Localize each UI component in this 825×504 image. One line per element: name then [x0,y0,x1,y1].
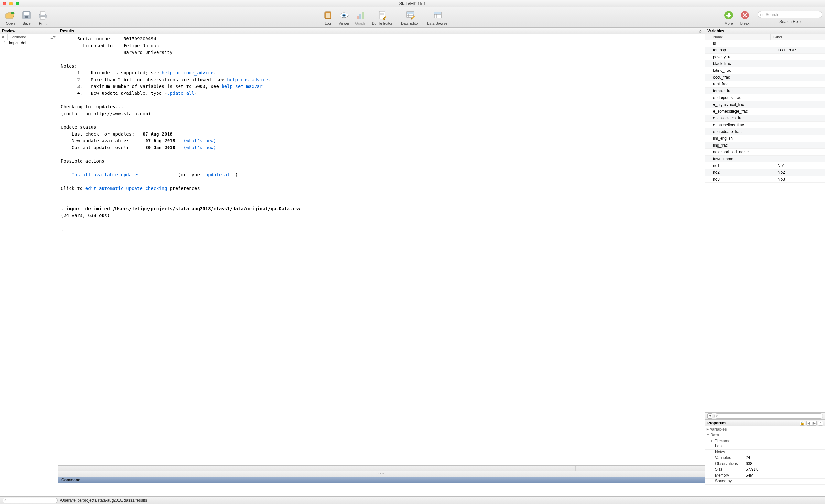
graph-button[interactable]: Graph [353,10,368,25]
variable-row[interactable]: no3No3 [705,176,825,183]
update-all-note-link[interactable]: update all [167,90,195,96]
break-button[interactable]: Break [737,10,753,25]
variable-row[interactable]: tot_popTOT_POP [705,47,825,54]
prev-button[interactable]: ◀ [806,421,811,426]
svg-rect-5 [41,17,45,19]
variable-name: no2 [710,170,775,175]
variable-row[interactable]: e_associates_frac [705,115,825,122]
viewer-label: Viewer [339,21,349,25]
edit-auto-update-link[interactable]: edit automatic update checking [85,186,167,191]
variable-name: black_frac [710,62,775,66]
variable-row[interactable]: poverty_rate [705,54,825,61]
stop-octagon-icon [739,10,750,21]
variable-row[interactable]: town_name [705,156,825,162]
window-title: Stata/MP 15.1 [0,1,825,6]
review-col-command[interactable]: Command [8,34,49,40]
dofile-label: Do-file Editor [372,21,393,25]
props-observations-row: Observations 638 [705,461,825,467]
set-maxvar-link[interactable]: help set_maxvar [222,84,262,89]
review-row[interactable]: 1 import del... [0,40,58,46]
variable-name: town_name [710,157,775,161]
next-button[interactable]: ▶ [811,421,817,426]
print-button[interactable]: Print [35,10,51,25]
open-button[interactable]: Open [3,10,18,25]
variables-search-input[interactable] [715,414,823,419]
results-output[interactable]: Serial number: 501509200494 Licensed to:… [58,34,705,465]
review-body: 1 import del... [0,40,58,496]
variable-row[interactable]: no1No1 [705,162,825,169]
status-search-input[interactable] [3,498,58,503]
results-search-icon[interactable]: ⌕ [698,28,703,33]
dofile-editor-button[interactable]: Do-file Editor [369,10,396,25]
data-editor-button[interactable]: Data Editor [396,10,424,25]
variable-row[interactable]: e_dropouts_frac [705,94,825,101]
whats-new-link-1[interactable]: (what's new) [183,138,216,143]
variables-filter-bar: ▾ [705,413,825,420]
svg-rect-12 [359,14,361,19]
vars-col-label[interactable]: Label [771,34,825,40]
menu-button[interactable]: ≡ [818,421,823,426]
review-col-rc[interactable]: _rc [49,34,58,40]
update-all-link[interactable]: update all [205,172,232,177]
log-button[interactable]: Log [320,10,336,25]
variable-row[interactable]: lim_english [705,135,825,142]
data-grid-icon [432,10,443,21]
results-header: Results ⌕ [58,28,705,34]
variable-name: e_associates_frac [710,116,775,120]
save-button[interactable]: Save [19,10,34,25]
variable-row[interactable]: rent_frac [705,81,825,88]
help-search-input[interactable]: Search [758,11,822,18]
variable-row[interactable]: black_frac [705,61,825,67]
close-window-button[interactable] [3,2,6,5]
data-browser-button[interactable]: Data Browser [424,10,451,25]
viewer-button[interactable]: Viewer [336,10,352,25]
vars-col-name[interactable]: Name [711,34,771,40]
minimize-window-button[interactable] [9,2,13,5]
log-book-icon [322,10,333,21]
variable-row[interactable]: no2No2 [705,169,825,176]
more-button[interactable]: More [721,10,736,25]
variable-row[interactable]: ling_frac [705,142,825,149]
variable-row[interactable]: e_highschool_frac [705,101,825,108]
variable-row[interactable]: e_graduate_frac [705,128,825,135]
install-updates-link[interactable]: Install available updates [72,172,140,177]
variable-name: ling_frac [710,143,775,147]
variable-name: occu_frac [710,75,775,80]
zoom-window-button[interactable] [15,2,19,5]
properties-header: Properties 🔒 ◀ ▶ ≡ [705,420,825,426]
lock-icon[interactable]: 🔒 [800,421,805,426]
variable-name: e_dropouts_frac [710,95,775,100]
variable-row[interactable]: neighborhood_name [705,149,825,156]
vars-col-toggle [705,34,711,40]
import-command-echo: . import delimited /Users/felipe/project… [61,206,301,211]
props-filename[interactable]: Filename [705,438,825,444]
variable-row[interactable]: e_somecollege_frac [705,108,825,115]
variables-menu-button[interactable]: ▾ [707,414,712,419]
svg-rect-4 [41,12,45,15]
props-sortedby-row: Sorted by [705,479,825,485]
variable-row[interactable]: female_frac [705,88,825,94]
command-input[interactable] [58,483,705,496]
unicode-advice-link[interactable]: help unicode_advice [162,70,213,75]
variables-body[interactable]: idtot_popTOT_POPpoverty_rateblack_fracla… [705,40,825,413]
variable-name: e_graduate_frac [710,129,775,134]
graph-label: Graph [355,21,365,25]
variable-row[interactable]: occu_frac [705,74,825,81]
variables-columns: Name Label [705,34,825,40]
svg-rect-1 [24,12,29,14]
props-section-data[interactable]: Data [705,432,825,438]
eye-icon [339,10,350,21]
whats-new-link-2[interactable]: (what's new) [183,145,216,150]
obs-advice-link[interactable]: help obs_advice [227,77,268,82]
print-label: Print [39,21,47,25]
splitter-bar[interactable]: •••• [58,471,705,477]
variables-header: Variables [705,28,825,34]
results-footer-bar [58,465,705,471]
document-pencil-icon [377,10,388,21]
props-section-variables[interactable]: Variables [705,426,825,432]
variable-row[interactable]: id [705,40,825,47]
variable-row[interactable]: e_bachellors_frac [705,122,825,128]
variable-label: No1 [775,163,825,168]
review-col-num: # [0,34,8,40]
variable-row[interactable]: latino_frac [705,67,825,74]
